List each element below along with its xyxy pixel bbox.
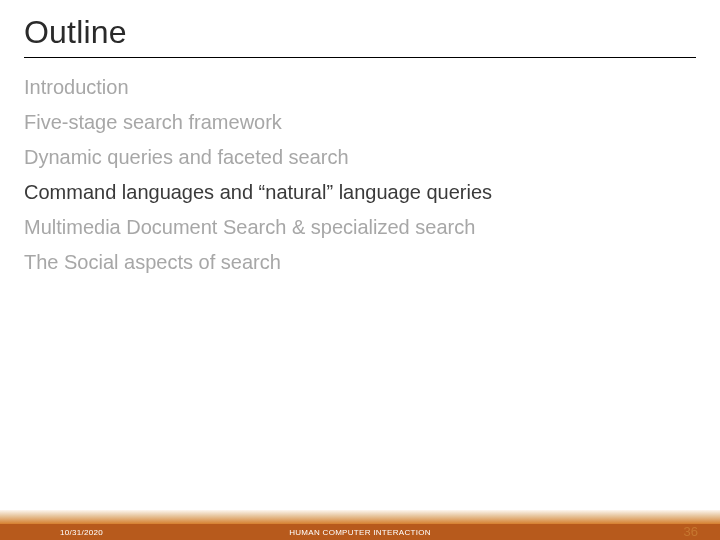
- slide: Outline Introduction Five-stage search f…: [0, 0, 720, 540]
- outline-item: Dynamic queries and faceted search: [24, 140, 696, 175]
- outline-item: Introduction: [24, 70, 696, 105]
- slide-title: Outline: [0, 0, 720, 53]
- outline-item-current: Command languages and “natural” language…: [24, 175, 696, 210]
- footer-title: HUMAN COMPUTER INTERACTION: [0, 528, 720, 537]
- outline-item: The Social aspects of search: [24, 245, 696, 280]
- footer-gradient: [0, 510, 720, 524]
- footer: 10/31/2020 HUMAN COMPUTER INTERACTION 36: [0, 512, 720, 540]
- outline-item: Multimedia Document Search & specialized…: [24, 210, 696, 245]
- outline-item: Five-stage search framework: [24, 105, 696, 140]
- outline-list: Introduction Five-stage search framework…: [0, 58, 720, 280]
- page-number: 36: [684, 524, 698, 539]
